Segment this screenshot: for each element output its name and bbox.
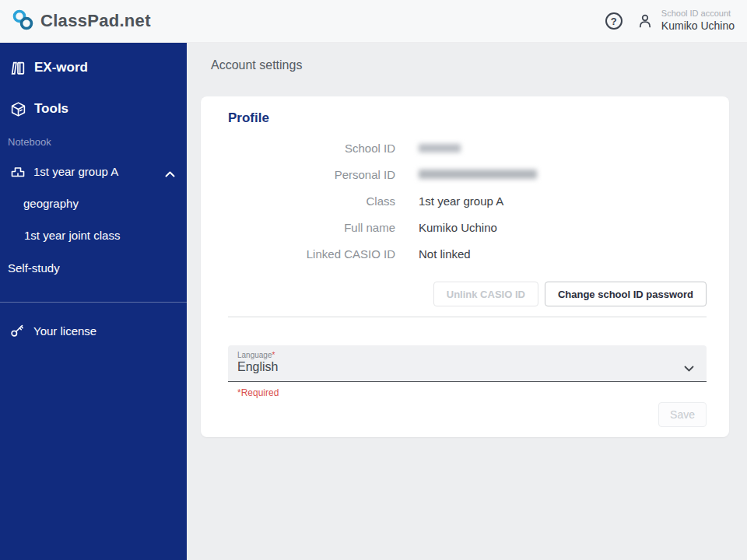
page-title: Account settings xyxy=(211,58,747,72)
required-note: *Required xyxy=(237,387,707,398)
section-divider xyxy=(228,317,707,317)
required-asterisk: * xyxy=(272,351,275,359)
sidebar-item-self-study[interactable]: Self-study xyxy=(8,256,60,279)
help-icon[interactable]: ? xyxy=(605,12,622,30)
classpad-logo[interactable]: ClassPad.net xyxy=(12,9,151,33)
field-value: Kumiko Uchino xyxy=(419,221,497,234)
field-value: 1st year group A xyxy=(419,194,503,208)
field-value: Not linked xyxy=(419,247,471,261)
cube-icon xyxy=(10,101,26,117)
profile-row-class: Class 1st year group A xyxy=(228,187,707,214)
profile-card: Profile School ID Personal ID Class 1st … xyxy=(201,96,729,437)
dictionary-icon xyxy=(10,60,26,76)
account-menu[interactable]: School ID account Kumiko Uchino xyxy=(661,9,735,33)
field-label: Personal ID xyxy=(228,168,395,181)
key-icon xyxy=(9,323,25,338)
sidebar-label-tools: Tools xyxy=(34,101,68,117)
language-select-value: English xyxy=(237,360,675,374)
sidebar-label-self-study: Self-study xyxy=(8,261,60,275)
chevron-down-icon xyxy=(684,361,694,375)
save-button[interactable]: Save xyxy=(658,402,707,427)
field-label: Linked CASIO ID xyxy=(228,247,395,261)
sidebar-label-joint-class: 1st year joint class xyxy=(24,229,120,242)
sidebar-label-ex-word: EX-word xyxy=(34,60,88,75)
sidebar-item-geography[interactable]: geography xyxy=(23,191,79,215)
sidebar-label-geography: geography xyxy=(23,197,79,210)
profile-row-school-id: School ID xyxy=(228,135,707,161)
redacted-school-id-value xyxy=(419,144,461,152)
help-glyph: ? xyxy=(611,16,617,27)
language-select-label: Language* xyxy=(237,351,675,359)
profile-fields: School ID Personal ID Class 1st year gro… xyxy=(228,135,707,267)
sidebar-section-notebook: Notebook xyxy=(8,136,51,148)
main-content: Account settings Profile School ID Perso… xyxy=(187,43,747,560)
account-name-label: Kumiko Uchino xyxy=(661,19,735,33)
unlink-casio-id-button[interactable]: Unlink CASIO ID xyxy=(433,282,538,306)
profile-actions: Unlink CASIO ID Change school ID passwor… xyxy=(228,282,707,306)
save-row: Save xyxy=(228,402,707,427)
sidebar-item-group-a[interactable]: 1st year group A xyxy=(10,157,177,185)
redacted-personal-id-value xyxy=(419,170,537,179)
sidebar-divider xyxy=(0,302,187,303)
app-header: ClassPad.net ? School ID account Kumiko … xyxy=(0,0,747,43)
sidebar-item-tools[interactable]: Tools xyxy=(10,96,68,122)
language-select[interactable]: Language* English xyxy=(228,345,707,382)
sidebar-label-group-a: 1st year group A xyxy=(33,165,118,178)
chevron-up-icon xyxy=(165,166,175,180)
school-icon xyxy=(10,163,26,179)
sidebar: EX-word Tools Notebook 1st year group A xyxy=(0,43,187,560)
profile-row-personal-id: Personal ID xyxy=(228,161,707,187)
field-label: Full name xyxy=(228,221,395,234)
logo-text: ClassPad.net xyxy=(40,11,151,31)
profile-row-full-name: Full name Kumiko Uchino xyxy=(228,214,707,240)
profile-section-title: Profile xyxy=(228,110,707,126)
sidebar-item-your-license[interactable]: Your license xyxy=(9,319,96,342)
field-label: Class xyxy=(228,194,395,208)
sidebar-item-joint-class[interactable]: 1st year joint class xyxy=(24,223,120,247)
classpad-logo-icon xyxy=(12,9,33,33)
change-school-id-password-button[interactable]: Change school ID password xyxy=(545,282,707,306)
sidebar-item-ex-word[interactable]: EX-word xyxy=(10,54,88,81)
field-label: School ID xyxy=(228,142,395,155)
profile-row-linked-casio-id: Linked CASIO ID Not linked xyxy=(228,240,707,267)
sidebar-label-your-license: Your license xyxy=(33,324,96,338)
user-icon xyxy=(636,12,654,30)
account-type-label: School ID account xyxy=(661,9,735,19)
